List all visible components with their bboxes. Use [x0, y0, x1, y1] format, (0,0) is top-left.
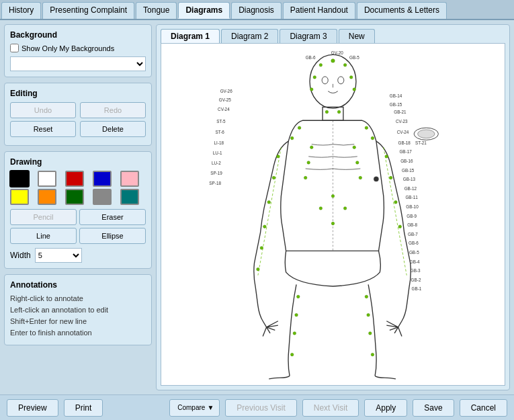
line-button[interactable]: Line — [10, 228, 77, 244]
svg-point-43 — [290, 353, 294, 356]
svg-text:GB-15: GB-15 — [402, 168, 415, 173]
svg-point-24 — [304, 176, 307, 179]
svg-text:GV-20: GV-20 — [331, 50, 343, 55]
diagram-tab-new[interactable]: New — [339, 29, 375, 43]
svg-text:LU-1: LU-1 — [213, 151, 222, 155]
background-select[interactable] — [10, 56, 146, 71]
tab-presenting-complaint[interactable]: Presenting Complaint — [42, 2, 134, 19]
svg-point-31 — [272, 176, 275, 179]
ellipse-button[interactable]: Ellipse — [79, 228, 146, 244]
save-button[interactable]: Save — [413, 399, 454, 417]
color-teal[interactable] — [120, 189, 139, 205]
drawing-title: Drawing — [10, 157, 146, 167]
color-green[interactable] — [65, 189, 84, 205]
delete-button[interactable]: Delete — [80, 121, 146, 137]
width-select[interactable]: 1234 5678 910 — [35, 248, 82, 263]
svg-rect-0 — [183, 44, 482, 385]
svg-point-16 — [298, 126, 301, 130]
svg-text:GB-13: GB-13 — [403, 177, 416, 181]
svg-text:GV-25: GV-25 — [219, 97, 231, 102]
width-label: Width — [10, 251, 31, 260]
annotations-section: Annotations Right-click to annotate Left… — [4, 274, 152, 345]
tab-patient-handout[interactable]: Patient Handout — [283, 2, 355, 19]
cancel-button[interactable]: Cancel — [460, 399, 507, 417]
color-yellow[interactable] — [10, 189, 29, 205]
svg-point-23 — [356, 161, 359, 165]
compare-button[interactable]: Compare ▼ — [169, 399, 220, 417]
svg-point-40 — [297, 295, 300, 298]
eraser-button[interactable]: Eraser — [79, 209, 146, 225]
compare-label: Compare — [177, 404, 205, 411]
tab-documents-letters[interactable]: Documents & Letters — [357, 2, 447, 19]
diagram-tab-2[interactable]: Diagram 2 — [221, 29, 278, 43]
color-white[interactable] — [38, 171, 56, 187]
compare-dropdown-icon: ▼ — [207, 404, 214, 411]
svg-point-11 — [349, 76, 353, 79]
color-grid — [10, 171, 146, 205]
reset-delete-row: Reset Delete — [10, 121, 146, 137]
bottom-toolbar: Preview Print Compare ▼ Previous Visit N… — [0, 394, 514, 420]
svg-point-20 — [310, 146, 313, 149]
svg-text:GB-1: GB-1 — [412, 286, 422, 291]
svg-text:GB-4: GB-4 — [410, 259, 420, 264]
next-visit-button[interactable]: Next Visit — [302, 399, 359, 417]
svg-point-10 — [313, 76, 316, 79]
previous-visit-button[interactable]: Previous Visit — [225, 399, 296, 417]
show-only-my-backgrounds-label: Show Only My Backgrounds — [22, 44, 114, 52]
main-content: Background Show Only My Backgrounds Edit… — [0, 20, 514, 394]
svg-text:GB-14: GB-14 — [390, 93, 402, 98]
svg-text:GB-15: GB-15 — [390, 102, 402, 107]
svg-point-25 — [359, 176, 362, 179]
diagram-tab-1[interactable]: Diagram 1 — [161, 29, 220, 43]
pencil-button[interactable]: Pencil — [10, 209, 77, 225]
print-button[interactable]: Print — [64, 399, 103, 417]
svg-point-47 — [371, 353, 374, 356]
svg-text:GB-6: GB-6 — [409, 241, 419, 245]
apply-button[interactable]: Apply — [364, 399, 407, 417]
svg-text:GB-6: GB-6 — [306, 55, 316, 60]
tab-diagrams[interactable]: Diagrams — [178, 2, 230, 19]
svg-point-41 — [295, 313, 298, 317]
diagram-tab-3[interactable]: Diagram 3 — [280, 29, 337, 43]
color-red[interactable] — [65, 171, 84, 187]
top-tab-bar: History Presenting Complaint Tongue Diag… — [0, 0, 514, 20]
svg-point-9 — [343, 63, 347, 67]
show-only-my-backgrounds-checkbox[interactable] — [10, 44, 19, 52]
svg-point-7 — [331, 59, 335, 62]
redo-button[interactable]: Redo — [80, 102, 146, 118]
svg-point-46 — [369, 332, 372, 335]
tab-history[interactable]: History — [1, 2, 41, 19]
color-orange[interactable] — [38, 189, 56, 205]
svg-text:SP-19: SP-19 — [210, 171, 222, 175]
svg-point-39 — [398, 225, 402, 228]
editing-section: Editing Undo Redo Reset Delete — [4, 83, 152, 146]
tab-diagnosis[interactable]: Diagnosis — [231, 2, 282, 19]
drawing-section: Drawing Pencil Eraser Line Ellipse — [4, 151, 152, 269]
svg-text:GB-8: GB-8 — [407, 222, 417, 227]
svg-point-38 — [394, 201, 398, 204]
svg-point-21 — [353, 146, 356, 149]
color-gray[interactable] — [93, 189, 112, 205]
diagram-canvas[interactable]: GB-14 GB-15 GB-21 CV-23 CV-24 GB-18 GB-1… — [161, 43, 505, 386]
color-pink[interactable] — [120, 171, 139, 187]
annotation-hint-4: Enter to finish annotation — [10, 328, 146, 337]
svg-text:GV-26: GV-26 — [220, 89, 232, 93]
svg-point-29 — [331, 222, 335, 225]
editing-title: Editing — [10, 89, 146, 98]
background-title: Background — [10, 30, 146, 40]
undo-button[interactable]: Undo — [10, 102, 76, 118]
svg-text:GB-5: GB-5 — [409, 250, 419, 255]
svg-text:GB-3: GB-3 — [411, 268, 421, 273]
tab-tongue[interactable]: Tongue — [136, 2, 177, 19]
background-dropdown-row — [10, 56, 146, 71]
color-black[interactable] — [10, 171, 29, 187]
svg-text:GB-10: GB-10 — [406, 204, 419, 209]
svg-text:GB-11: GB-11 — [405, 195, 418, 200]
svg-text:GB-18: GB-18 — [398, 140, 411, 145]
svg-text:GB-2: GB-2 — [411, 278, 421, 282]
annotation-hint-1: Right-click to annotate — [10, 294, 146, 303]
svg-point-12 — [310, 88, 313, 91]
color-blue[interactable] — [93, 171, 112, 187]
preview-button[interactable]: Preview — [7, 399, 58, 417]
reset-button[interactable]: Reset — [10, 121, 76, 137]
